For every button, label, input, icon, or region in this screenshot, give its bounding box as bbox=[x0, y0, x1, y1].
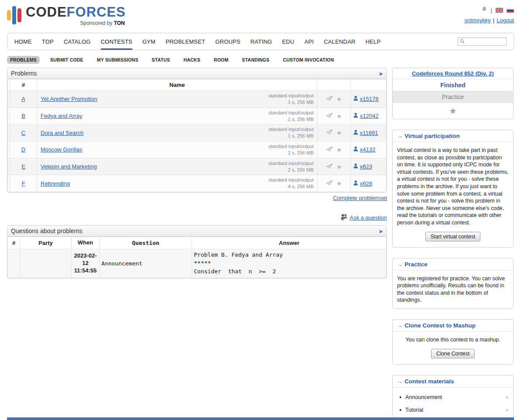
problem-index-link[interactable]: C bbox=[21, 130, 25, 136]
submit-plane-icon[interactable] bbox=[326, 146, 333, 153]
ask-question-link[interactable]: Ask a question bbox=[350, 214, 387, 221]
favorite-star-icon[interactable]: ★ bbox=[336, 180, 342, 187]
tab-custom-invocation[interactable]: CUSTOM INVOCATION bbox=[280, 56, 337, 64]
solved-count-link[interactable]: x623 bbox=[360, 163, 372, 170]
nav-gym[interactable]: GYM bbox=[142, 33, 155, 50]
tab-problems[interactable]: PROBLEMS bbox=[7, 56, 40, 64]
problem-name-link[interactable]: Yet Another Promotion bbox=[41, 96, 97, 102]
problem-row: F Rebrending standard input/output4 s, 2… bbox=[8, 175, 386, 192]
solvers-person-icon bbox=[353, 96, 358, 102]
material-tutorial-link[interactable]: Tutorial bbox=[405, 407, 423, 413]
problem-name-link[interactable]: Rebrending bbox=[41, 180, 70, 187]
ask-question-row: Ask a question bbox=[7, 213, 387, 222]
nav-edu[interactable]: EDU bbox=[282, 33, 294, 50]
user-handle-link[interactable]: sntmxykky bbox=[464, 17, 491, 24]
header-question-num: # bbox=[8, 237, 20, 249]
expand-arrow-icon[interactable]: ▶ bbox=[380, 229, 383, 234]
submit-plane-icon[interactable] bbox=[326, 163, 333, 170]
submit-plane-icon[interactable] bbox=[326, 129, 333, 136]
main-nav: HOME TOP CATALOG CONTESTS GYM PROBLEMSET… bbox=[7, 33, 514, 50]
logo-wordmark: CODEFORCES bbox=[26, 5, 126, 19]
codeforces-logo[interactable]: CODEFORCES Sponsored by TON bbox=[7, 5, 126, 31]
notification-bell-icon[interactable] bbox=[481, 6, 487, 14]
material-announcement-link[interactable]: Announcement bbox=[405, 394, 442, 400]
problem-limits: standard input/output2 s, 256 MB bbox=[269, 143, 314, 156]
contest-mode: Practice bbox=[393, 91, 513, 103]
tab-submit-code[interactable]: SUBMIT CODE bbox=[47, 56, 86, 64]
nav-contests[interactable]: CONTESTS bbox=[101, 33, 132, 50]
close-icon[interactable]: × bbox=[505, 407, 509, 413]
header-name: Name bbox=[37, 79, 317, 91]
nav-top[interactable]: TOP bbox=[42, 33, 54, 50]
close-icon[interactable]: × bbox=[505, 394, 509, 401]
favorite-star-icon[interactable]: ★ bbox=[336, 113, 342, 120]
nav-groups[interactable]: GROUPS bbox=[215, 33, 241, 50]
search-box[interactable] bbox=[458, 38, 507, 46]
content: Problems ▶ # Name bbox=[7, 68, 514, 420]
solved-count-link[interactable]: x11691 bbox=[360, 130, 378, 136]
problem-name-link[interactable]: Velepin and Marketing bbox=[41, 163, 97, 170]
logout-link[interactable]: Logout bbox=[497, 17, 514, 24]
header-question: Question bbox=[100, 237, 192, 249]
solved-count-link[interactable]: x4132 bbox=[360, 146, 375, 153]
problem-limits: standard input/output2 s, 256 MB bbox=[269, 160, 314, 173]
start-virtual-contest-button[interactable]: Start virtual contest bbox=[425, 232, 481, 241]
favorite-star-icon[interactable]: ★ bbox=[336, 146, 342, 153]
contest-materials-box: → Contest materials Announcement × Tutor… bbox=[392, 375, 514, 420]
solved-count-link[interactable]: x15178 bbox=[360, 96, 379, 102]
problems-table: # Name A Yet Another Promotion s bbox=[7, 79, 386, 192]
favorite-contest-star-icon[interactable]: ★ bbox=[449, 106, 457, 116]
page-header: CODEFORCES Sponsored by TON | sntmxykky … bbox=[7, 0, 514, 31]
nav-api[interactable]: API bbox=[304, 33, 314, 50]
nav-problemset[interactable]: PROBLEMSET bbox=[166, 33, 205, 50]
favorite-star-icon[interactable]: ★ bbox=[336, 129, 342, 136]
bullet-icon bbox=[400, 409, 401, 411]
flag-ru-icon[interactable] bbox=[507, 8, 514, 13]
tab-hacks[interactable]: HACKS bbox=[180, 56, 203, 64]
clone-contest-button[interactable]: Clone Contest bbox=[431, 349, 475, 358]
contest-title-link[interactable]: Codeforces Round 852 (Div. 2) bbox=[412, 70, 494, 77]
questions-header-row: # Party When Question Answer bbox=[8, 237, 386, 249]
problem-name-link[interactable]: Moscow Gorillas bbox=[41, 146, 82, 153]
nav-catalog[interactable]: CATALOG bbox=[64, 33, 91, 50]
problem-index-link[interactable]: D bbox=[21, 146, 25, 153]
problem-index-link[interactable]: A bbox=[21, 96, 25, 102]
page: CODEFORCES Sponsored by TON | sntmxykky … bbox=[0, 0, 521, 420]
contest-nav: PROBLEMS SUBMIT CODE MY SUBMISSIONS STAT… bbox=[7, 56, 514, 64]
problem-index-link[interactable]: B bbox=[21, 113, 25, 119]
tab-room[interactable]: ROOM bbox=[211, 56, 231, 64]
submit-plane-icon[interactable] bbox=[326, 96, 333, 103]
tab-status[interactable]: STATUS bbox=[149, 56, 173, 64]
solved-count-link[interactable]: x12042 bbox=[360, 113, 379, 119]
practice-box: → Practice You are registered for practi… bbox=[392, 258, 514, 309]
virtual-participation-title: → Virtual participation bbox=[393, 130, 513, 142]
bullet-icon bbox=[400, 396, 401, 398]
flag-en-icon[interactable] bbox=[496, 8, 503, 13]
search-input[interactable] bbox=[466, 39, 504, 44]
expand-arrow-icon[interactable]: ▶ bbox=[380, 71, 383, 76]
problem-index-link[interactable]: E bbox=[21, 163, 25, 170]
header-party: Party bbox=[20, 237, 72, 249]
tab-standings[interactable]: STANDINGS bbox=[239, 56, 273, 64]
problems-table-box: Problems ▶ # Name bbox=[7, 68, 387, 193]
complete-problemset-link[interactable]: Complete problemset bbox=[333, 195, 387, 201]
submit-plane-icon[interactable] bbox=[326, 180, 333, 187]
solvers-person-icon bbox=[353, 163, 358, 170]
problem-name-link[interactable]: Dora and Search bbox=[41, 130, 83, 136]
submit-plane-icon[interactable] bbox=[326, 113, 333, 120]
problem-name-link[interactable]: Fedya and Array bbox=[41, 113, 82, 119]
nav-help[interactable]: HELP bbox=[366, 33, 381, 50]
clone-mashup-text: You can clone this contest to a mashup. bbox=[393, 332, 513, 348]
nav-rating[interactable]: RATING bbox=[251, 33, 272, 50]
favorite-star-icon[interactable]: ★ bbox=[336, 163, 342, 170]
virtual-participation-text: Virtual contest is a way to take part in… bbox=[393, 142, 513, 231]
nav-calendar[interactable]: CALENDAR bbox=[324, 33, 355, 50]
problem-index-link[interactable]: F bbox=[22, 180, 25, 187]
favorite-star-icon[interactable]: ★ bbox=[336, 96, 342, 103]
problem-row: D Moscow Gorillas standard input/output2… bbox=[8, 141, 386, 158]
solved-count-link[interactable]: x928 bbox=[360, 180, 372, 187]
nav-home[interactable]: HOME bbox=[14, 33, 32, 50]
question-type: Announcement bbox=[100, 249, 192, 278]
tab-my-submissions[interactable]: MY SUBMISSIONS bbox=[94, 56, 141, 64]
problems-caption-bar: Problems ▶ bbox=[7, 68, 386, 79]
